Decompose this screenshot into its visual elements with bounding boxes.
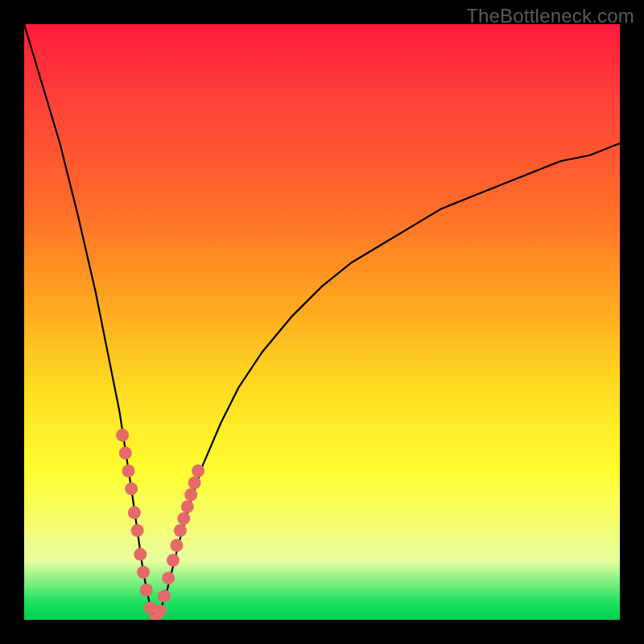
chart-svg — [24, 24, 620, 620]
marker-dot — [170, 539, 183, 552]
plot-area — [24, 24, 620, 620]
marker-dot — [184, 489, 197, 502]
marker-dot — [181, 500, 194, 513]
marker-dot — [167, 554, 180, 567]
watermark-text: TheBottleneck.com — [466, 5, 634, 27]
marker-dot — [154, 605, 167, 617]
marker-dot — [177, 512, 190, 525]
marker-group — [116, 429, 204, 620]
marker-dot — [134, 548, 147, 561]
marker-dot — [122, 464, 135, 477]
outer-frame: TheBottleneck.com — [0, 0, 644, 644]
marker-dot — [116, 429, 129, 442]
marker-dot — [140, 584, 153, 597]
marker-dot — [192, 464, 204, 477]
marker-dot — [188, 477, 201, 489]
marker-dot — [174, 524, 187, 537]
marker-dot — [131, 524, 144, 537]
marker-dot — [125, 482, 138, 495]
marker-dot — [137, 566, 150, 579]
marker-dot — [119, 447, 132, 460]
marker-dot — [128, 506, 141, 519]
marker-dot — [158, 589, 171, 602]
bottleneck-curve — [24, 24, 620, 620]
marker-dot — [162, 572, 175, 584]
